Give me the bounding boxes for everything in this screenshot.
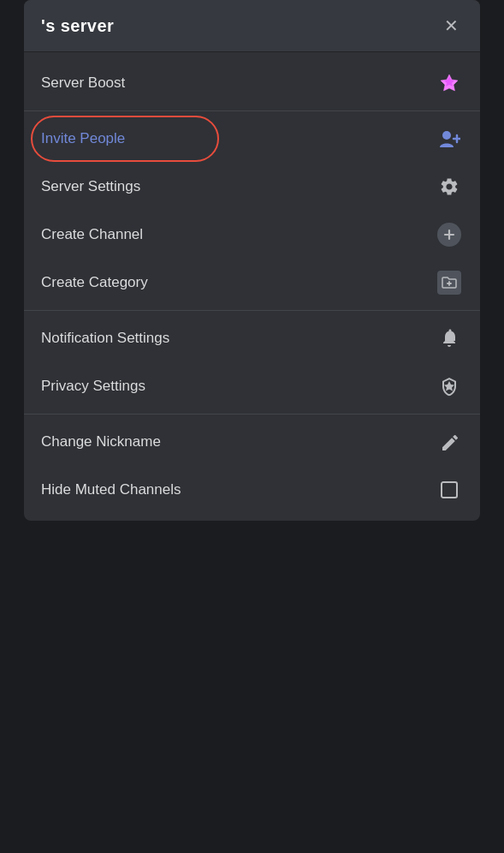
- menu-item-invite-people[interactable]: Invite People: [24, 115, 480, 163]
- notification-settings-label: Notification Settings: [41, 330, 169, 347]
- menu-item-hide-muted-channels[interactable]: Hide Muted Channels: [24, 466, 480, 514]
- server-menu-modal: 's server ✕ Server Boost Invite People: [24, 0, 480, 521]
- divider-3: [24, 414, 480, 415]
- notification-icon: [436, 325, 463, 352]
- folder-plus-icon: [437, 271, 461, 295]
- menu-item-notification-settings[interactable]: Notification Settings: [24, 314, 480, 362]
- checkbox-icon: [436, 476, 463, 504]
- create-category-icon: [436, 269, 463, 296]
- divider-1: [24, 110, 480, 111]
- modal-title: 's server: [41, 16, 114, 36]
- create-channel-icon: [436, 221, 463, 248]
- close-button[interactable]: ✕: [439, 14, 463, 38]
- menu-list: Server Boost Invite People: [24, 52, 480, 521]
- create-channel-label: Create Channel: [41, 226, 143, 243]
- hide-muted-channels-label: Hide Muted Channels: [41, 481, 181, 498]
- pencil-icon: [436, 428, 463, 456]
- svg-point-1: [442, 131, 451, 140]
- divider-2: [24, 310, 480, 311]
- invite-icon: [436, 125, 463, 152]
- menu-item-server-boost[interactable]: Server Boost: [24, 59, 480, 107]
- circle-plus-icon: [437, 223, 461, 247]
- menu-item-create-category[interactable]: Create Category: [24, 259, 480, 307]
- privacy-icon: [436, 373, 463, 400]
- create-category-label: Create Category: [41, 274, 148, 291]
- menu-item-create-channel[interactable]: Create Channel: [24, 211, 480, 259]
- menu-item-server-settings[interactable]: Server Settings: [24, 163, 480, 211]
- boost-icon: [436, 69, 463, 97]
- invite-people-label: Invite People: [41, 130, 125, 147]
- settings-icon: [436, 173, 463, 200]
- menu-item-change-nickname[interactable]: Change Nickname: [24, 418, 480, 466]
- modal-header: 's server ✕: [24, 0, 480, 52]
- server-settings-label: Server Settings: [41, 178, 140, 195]
- privacy-settings-label: Privacy Settings: [41, 378, 145, 395]
- svg-marker-8: [444, 381, 454, 391]
- change-nickname-label: Change Nickname: [41, 433, 161, 450]
- server-boost-label: Server Boost: [41, 75, 125, 92]
- menu-item-privacy-settings[interactable]: Privacy Settings: [24, 362, 480, 410]
- close-icon: ✕: [444, 15, 459, 36]
- svg-rect-9: [442, 482, 457, 498]
